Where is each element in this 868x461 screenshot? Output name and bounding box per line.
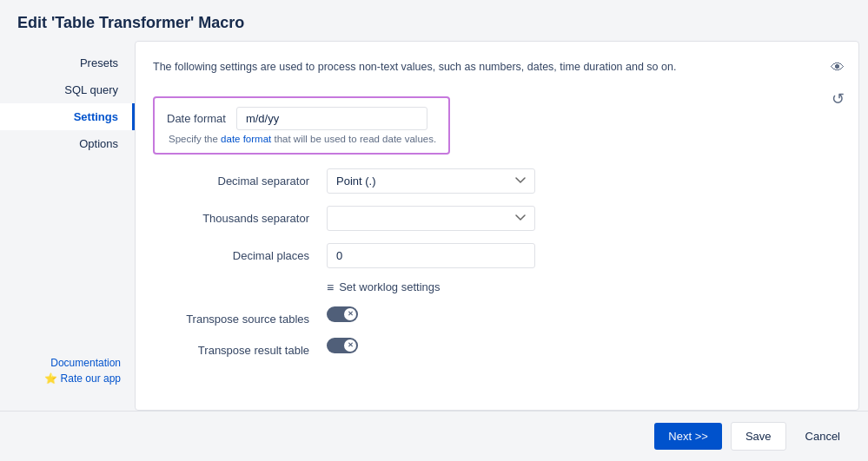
decimal-places-control — [327, 243, 832, 268]
right-icons: 👁 ↺ — [825, 56, 850, 111]
thousands-separator-label: Thousands separator — [153, 206, 327, 225]
transpose-source-row: Transpose source tables ✕ — [153, 306, 832, 326]
next-button[interactable]: Next >> — [654, 423, 722, 450]
footer-bar: Next >> Save Cancel — [0, 411, 868, 461]
transpose-result-label: Transpose result table — [153, 338, 327, 357]
decimal-places-row: Decimal places — [153, 243, 832, 268]
transpose-source-toggle[interactable]: ✕ — [327, 306, 358, 322]
transpose-source-label: Transpose source tables — [153, 306, 327, 326]
sidebar-footer: Documentation ⭐ Rate our app — [0, 348, 135, 393]
date-format-highlight-box: Date format Specify the date format that… — [153, 96, 450, 155]
description-text: The following settings are used to proce… — [153, 59, 832, 76]
worklog-icon: ≡ — [327, 280, 334, 294]
sidebar-item-presets[interactable]: Presets — [0, 49, 135, 76]
thousands-separator-row: Thousands separator Point (.) Comma (,) … — [153, 206, 832, 231]
save-button[interactable]: Save — [731, 422, 786, 451]
main-content: Presets SQL query Settings Options Docum… — [0, 41, 868, 411]
date-format-label: Date format — [167, 112, 226, 125]
refresh-icon: ↺ — [832, 89, 845, 109]
toggle-track: ✕ — [327, 306, 358, 322]
decimal-separator-label: Decimal separator — [153, 168, 327, 188]
decimal-places-input[interactable] — [327, 243, 535, 268]
sidebar-item-sql-query[interactable]: SQL query — [0, 76, 135, 103]
worklog-link[interactable]: ≡ Set worklog settings — [327, 280, 441, 294]
worklog-label: Set worklog settings — [339, 280, 440, 293]
date-format-inner-row: Date format — [167, 107, 436, 130]
documentation-link[interactable]: Documentation — [50, 357, 121, 369]
sidebar-nav: Presets SQL query Settings Options — [0, 49, 135, 157]
decimal-separator-select[interactable]: Point (.) Comma (,) None — [327, 168, 535, 194]
worklog-row: ≡ Set worklog settings — [153, 280, 832, 294]
decimal-separator-control: Point (.) Comma (,) None — [327, 168, 832, 194]
page-header: Edit 'Table Transformer' Macro — [0, 0, 868, 41]
eye-icon: 👁 — [831, 60, 845, 76]
toggle-x-icon-2: ✕ — [348, 342, 354, 349]
date-format-row: Date format Specify the date format that… — [153, 96, 832, 156]
cancel-button[interactable]: Cancel — [795, 423, 851, 450]
page-title: Edit 'Table Transformer' Macro — [17, 14, 851, 32]
eye-icon-button[interactable]: 👁 — [825, 56, 850, 80]
rate-app[interactable]: ⭐ Rate our app — [44, 372, 121, 385]
transpose-result-control: ✕ — [327, 338, 832, 356]
transpose-source-control: ✕ — [327, 306, 832, 325]
sidebar: Presets SQL query Settings Options Docum… — [0, 41, 135, 411]
decimal-separator-row: Decimal separator Point (.) Comma (,) No… — [153, 168, 832, 194]
toggle-track-2: ✕ — [327, 338, 358, 353]
toggle-knob: ✕ — [344, 308, 356, 320]
date-format-input[interactable] — [236, 107, 427, 130]
content-panel: The following settings are used to proce… — [135, 41, 859, 411]
thousands-separator-select[interactable]: Point (.) Comma (,) Space — [327, 206, 535, 231]
sidebar-item-options[interactable]: Options — [0, 130, 135, 157]
thousands-separator-control: Point (.) Comma (,) Space — [327, 206, 832, 231]
decimal-places-label: Decimal places — [153, 243, 327, 262]
sidebar-item-settings[interactable]: Settings — [0, 103, 135, 130]
toggle-x-icon: ✕ — [348, 311, 354, 318]
content-inner: The following settings are used to proce… — [136, 42, 858, 410]
settings-form: Date format Specify the date format that… — [153, 96, 832, 369]
star-icon: ⭐ — [44, 372, 57, 385]
refresh-icon-button[interactable]: ↺ — [825, 87, 850, 111]
date-format-link[interactable]: date format — [221, 134, 271, 144]
transpose-result-row: Transpose result table ✕ — [153, 338, 832, 357]
transpose-result-toggle[interactable]: ✕ — [327, 338, 358, 353]
toggle-knob-2: ✕ — [344, 339, 356, 352]
date-format-hint: Specify the date format that will be use… — [167, 134, 436, 144]
